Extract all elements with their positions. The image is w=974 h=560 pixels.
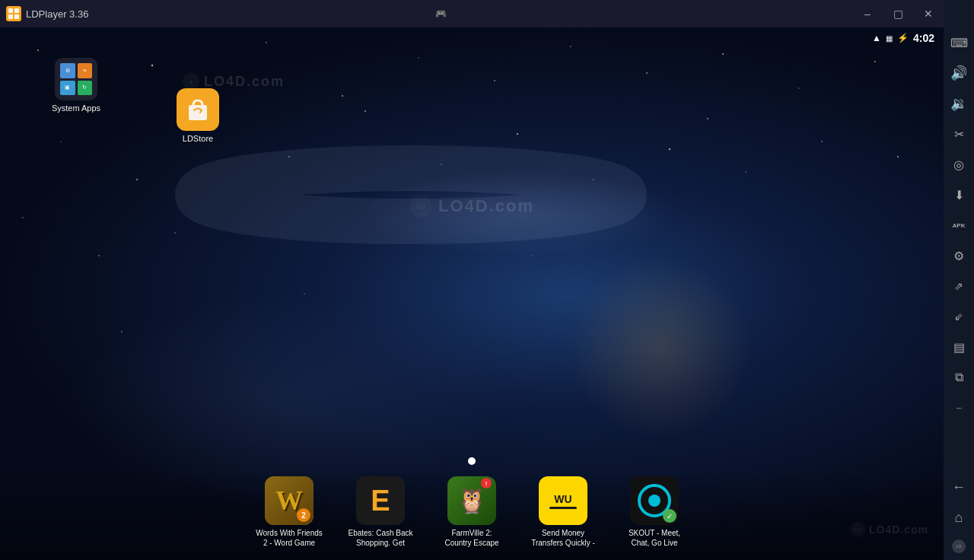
svg-point-22 — [517, 133, 518, 135]
svg-point-17 — [136, 179, 138, 180]
status-time: 4:02 — [913, 32, 934, 44]
battery-icon: ⚡ — [897, 33, 909, 43]
close-button[interactable]: ✕ — [913, 0, 944, 27]
dock: W 2 Words With Friends 2 - Word Game E E… — [0, 469, 944, 560]
svg-point-26 — [821, 141, 823, 142]
status-bar: ▲ ▦ ⚡ 4:02 — [791, 27, 944, 49]
titlebar-icon: 🎮 — [435, 8, 447, 19]
svg-point-4 — [37, 49, 39, 51]
svg-point-9 — [418, 57, 419, 58]
ebates-icon[interactable]: E Ebates: Cash Back Shopping. Get — [346, 476, 415, 548]
titlebar-logo-icon — [6, 6, 21, 21]
svg-point-29 — [98, 255, 100, 256]
svg-point-33 — [121, 331, 123, 332]
back-button[interactable]: ← — [944, 472, 974, 502]
svg-point-7 — [266, 42, 267, 43]
camera-icon[interactable]: ◎ — [944, 149, 974, 180]
home-button[interactable]: ⌂ — [944, 502, 974, 533]
svg-point-10 — [494, 80, 495, 81]
farmville-label: FarmVille 2: Country Escape — [438, 528, 506, 548]
top-watermark: ● LO4D.com — [183, 73, 285, 90]
wifi-icon: ▲ — [872, 33, 881, 43]
expand-icon[interactable]: ⇗ — [944, 271, 974, 301]
svg-rect-37 — [189, 105, 207, 120]
farmville-icon[interactable]: ! 🦉 FarmVille 2: Country Escape — [438, 476, 506, 548]
svg-point-32 — [532, 255, 533, 256]
more-icon[interactable]: ··· — [944, 393, 974, 423]
svg-point-12 — [646, 72, 648, 74]
system-apps-icon[interactable]: ⚙ ≡ ▣ ↻ System Apps — [46, 58, 107, 113]
svg-point-14 — [798, 88, 800, 89]
svg-point-27 — [897, 156, 899, 158]
signal-icon: ▦ — [886, 34, 893, 43]
send-money-icon[interactable]: WU Send Money Transfers Quickly - — [529, 476, 597, 548]
page-indicator[interactable] — [468, 457, 476, 465]
desktop-icons: ⚙ ≡ ▣ ↻ System Apps — [46, 58, 107, 113]
svg-point-13 — [722, 53, 724, 55]
svg-point-31 — [707, 118, 708, 119]
skout-label: SKOUT - Meet, Chat, Go Live — [620, 528, 689, 548]
sidebar: ⌨ 🔊 🔉 ✂ ◎ ⬇ APK ⚙ ⇗ ⇙ ▤ ⧉ ··· ← ⌂ LO — [944, 0, 974, 560]
android-screen: ● LO4D.com LO LO4D.com ▲ ▦ ⚡ 4:02 ⚙ ≡ ▣ — [0, 27, 944, 560]
svg-point-30 — [174, 232, 175, 233]
svg-point-11 — [570, 46, 571, 47]
svg-rect-2 — [8, 14, 13, 19]
svg-rect-0 — [8, 8, 13, 13]
svg-point-28 — [22, 217, 24, 218]
svg-point-15 — [874, 61, 876, 62]
import-icon[interactable]: ⬇ — [944, 180, 974, 210]
svg-point-16 — [60, 141, 61, 142]
titlebar: LDPlayer 3.36 🎮 – ▢ ✕ — [0, 0, 944, 27]
ldstore-label: LDStore — [183, 134, 213, 143]
words-with-friends-label: Words With Friends 2 - Word Game — [255, 528, 323, 548]
skout-icon[interactable]: ✓ SKOUT - Meet, Chat, Go Live — [620, 476, 689, 548]
svg-rect-3 — [14, 14, 19, 19]
apk-icon[interactable]: APK — [944, 210, 974, 240]
copy-icon[interactable]: ⧉ — [944, 362, 974, 393]
svg-point-34 — [304, 293, 304, 294]
svg-point-25 — [745, 171, 746, 172]
svg-point-24 — [669, 148, 670, 150]
svg-point-6 — [151, 65, 153, 66]
keyboard-icon[interactable]: ⌨ — [944, 27, 974, 58]
volume-down-icon[interactable]: 🔉 — [944, 88, 974, 119]
words-with-friends-icon[interactable]: W 2 Words With Friends 2 - Word Game — [255, 476, 323, 548]
send-money-label: Send Money Transfers Quickly - — [529, 528, 597, 548]
system-apps-label: System Apps — [52, 103, 100, 113]
list-icon[interactable]: ▤ — [944, 332, 974, 362]
svg-point-8 — [342, 95, 343, 97]
volume-up-icon[interactable]: 🔊 — [944, 58, 974, 88]
maximize-button[interactable]: ▢ — [883, 0, 913, 27]
lo4d-bottom-logo: LO — [952, 533, 966, 560]
ldstore-icon[interactable]: LDStore — [167, 88, 228, 143]
center-watermark: LO LO4D.com — [409, 195, 534, 218]
titlebar-title: LDPlayer 3.36 — [26, 8, 432, 20]
scissors-icon[interactable]: ✂ — [944, 119, 974, 149]
minimize-button[interactable]: – — [852, 0, 883, 27]
collapse-icon[interactable]: ⇙ — [944, 301, 974, 332]
svg-rect-1 — [14, 8, 19, 13]
settings-icon[interactable]: ⚙ — [944, 240, 974, 271]
svg-point-20 — [364, 110, 366, 112]
ebates-label: Ebates: Cash Back Shopping. Get — [346, 528, 415, 548]
